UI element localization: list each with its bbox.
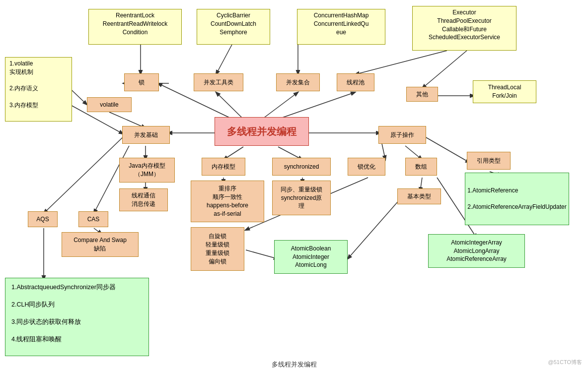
svg-line-10 — [216, 92, 243, 119]
diagram-container: 1.volatile 实现机制 2.内存语义 3.内存模型 ReentrantL… — [0, 0, 588, 370]
svg-line-26 — [44, 137, 123, 213]
suolei-label: 自旋锁 轻量级锁 重量级锁 偏向锁 — [206, 232, 229, 265]
bingfa-jihe-label: 并发集合 — [286, 78, 310, 87]
synchronized-detail-box: 同步、重量级锁 synchronized原 理 — [272, 181, 331, 215]
xiancheng-tongxin-node: 线程通信 消息传递 — [119, 188, 168, 211]
jmm-label: Java内存模型 （JMM） — [129, 162, 165, 179]
suolei-box: 自旋锁 轻量级锁 重量级锁 偏向锁 — [191, 227, 244, 271]
cyclic-barrier-label: CyclicBarrier CountDownLatch Semphore — [211, 12, 256, 36]
aqs-detail-box: 1.AbstractqueuedSynchronizer同步器 2.CLH同步队… — [5, 278, 149, 356]
svg-line-31 — [246, 250, 278, 259]
lock-label: 锁 — [139, 78, 145, 87]
atomic-ref-label: 1.AtomicReference 2.AtomicReferenceArray… — [467, 186, 566, 211]
xianchengchi-label: 线程池 — [347, 78, 365, 87]
cas-label: CAS — [87, 215, 100, 224]
neicun-moxing-node: 内存模型 — [202, 158, 245, 176]
xiancheng-tongxin-label: 线程通信 消息传递 — [132, 191, 155, 208]
svg-line-11 — [262, 92, 298, 119]
xianchengchi-node: 线程池 — [337, 73, 374, 91]
jiben-leixing-label: 基本类型 — [407, 192, 431, 201]
concurrent-map-box: ConcurrentHashMap ConcurrentLinkedQu eue — [297, 9, 385, 45]
executor-label: Executor ThreadPoolExecutor Callable和Fut… — [429, 9, 500, 41]
threadlocal-box: ThreadLocal Fork/Join — [473, 80, 536, 103]
aqs-node: AQS — [28, 211, 58, 227]
jmm-node: Java内存模型 （JMM） — [119, 158, 175, 183]
watermark-text: @51CTO博客 — [548, 359, 582, 365]
lock-detail-box: ReentrantLock ReentrantReadWritelock Con… — [88, 9, 182, 45]
synchronized-label: synchronized — [284, 163, 319, 171]
svg-line-1 — [216, 45, 232, 74]
concurrent-map-label: ConcurrentHashMap ConcurrentLinkedQu eue — [314, 12, 369, 36]
synchronized-detail-label: 同步、重量级锁 synchronized原 理 — [281, 185, 322, 210]
qita-label: 其他 — [416, 90, 428, 99]
main-label: 多线程并发编程 — [227, 124, 296, 138]
qita-node: 其他 — [406, 87, 438, 102]
caption-text: 多线程并发编程 — [272, 361, 317, 368]
bingfa-gongju-label: 并发工具类 — [204, 78, 233, 87]
atomic-basic-label: AtomicBoolean AtomicInteger AtomicLong — [291, 245, 331, 269]
main-node: 多线程并发编程 — [215, 117, 309, 146]
bingfa-gongju-node: 并发工具类 — [194, 73, 243, 91]
yinyong-leixing-label: 引用类型 — [477, 157, 501, 165]
volatile-node: volatile — [87, 97, 132, 112]
bingfa-jihe-node: 并发集合 — [276, 73, 320, 91]
cyclic-barrier-box: CyclicBarrier CountDownLatch Semphore — [197, 9, 270, 45]
shuzu-node: 数组 — [405, 158, 437, 176]
synchronized-node: synchronized — [272, 158, 331, 176]
atomic-array-label: AtomicIntegerArray AtomicLongArray Atomi… — [446, 239, 507, 263]
threadlocal-label: ThreadLocal Fork/Join — [488, 83, 521, 100]
svg-line-12 — [278, 92, 355, 119]
atomic-array-box: AtomicIntegerArray AtomicLongArray Atomi… — [428, 234, 525, 268]
compare-swap-box: Compare And Swap 缺陷 — [62, 232, 139, 257]
volatile-detail-label: 1.volatile 实现机制 2.内存语义 3.内存模型 — [9, 60, 68, 110]
cas-node: CAS — [78, 211, 108, 227]
lock-detail-label: ReentrantLock ReentrantReadWritelock Con… — [103, 12, 168, 36]
executor-box: Executor ThreadPoolExecutor Callable和Fut… — [412, 6, 516, 51]
svg-line-4 — [422, 51, 467, 88]
shuzu-label: 数组 — [415, 163, 427, 171]
suo-youhua-label: 锁优化 — [358, 163, 375, 171]
neicun-moxing-label: 内存模型 — [212, 163, 235, 171]
atomic-basic-box: AtomicBoolean AtomicInteger AtomicLong — [274, 240, 348, 274]
watermark: @51CTO博客 — [548, 359, 582, 366]
yuanzi-caozuo-node: 原子操作 — [378, 126, 426, 144]
svg-line-32 — [348, 199, 400, 259]
yuanzi-caozuo-label: 原子操作 — [390, 131, 414, 139]
atomic-ref-box: 1.AtomicReference 2.AtomicReferenceArray… — [465, 173, 569, 225]
lock-node: 锁 — [124, 73, 159, 91]
aqs-label: AQS — [36, 215, 49, 224]
chongpai-box: 重排序 顺序一致性 happens-before as-if-serial — [191, 181, 264, 222]
aqs-detail-label: 1.AbstractqueuedSynchronizer同步器 2.CLH同步队… — [11, 283, 143, 344]
bingfa-jichu-node: 并发基础 — [122, 126, 170, 144]
suo-youhua-node: 锁优化 — [348, 158, 385, 176]
yinyong-leixing-node: 引用类型 — [467, 152, 511, 170]
svg-line-3 — [355, 51, 447, 74]
bingfa-jichu-label: 并发基础 — [134, 131, 158, 139]
volatile-detail-box: 1.volatile 实现机制 2.内存语义 3.内存模型 — [5, 57, 72, 122]
caption: 多线程并发编程 — [272, 360, 317, 369]
compare-swap-label: Compare And Swap 缺陷 — [74, 236, 127, 253]
chongpai-label: 重排序 顺序一致性 happens-before as-if-serial — [207, 185, 248, 218]
jiben-leixing-node: 基本类型 — [397, 188, 441, 204]
volatile-label: volatile — [100, 101, 118, 109]
